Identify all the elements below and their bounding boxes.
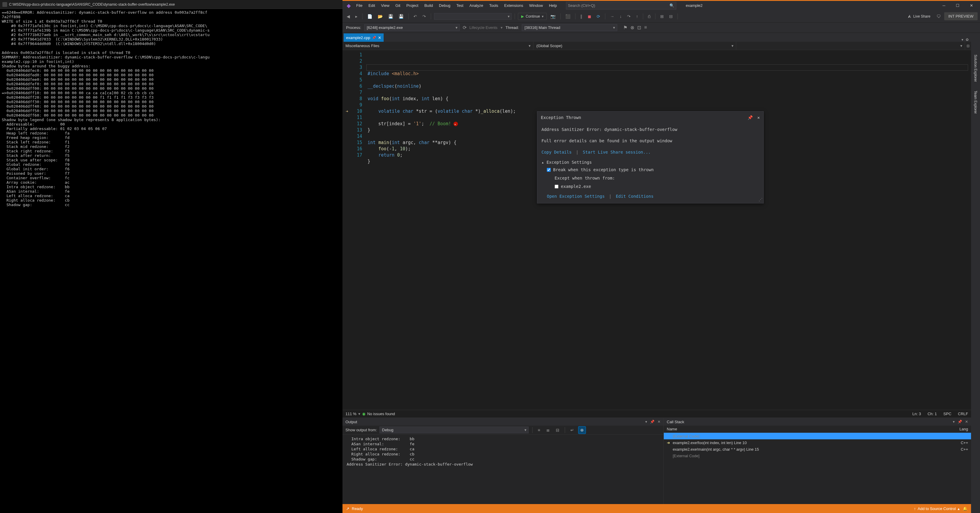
panel-close-icon[interactable]: ✕ [657, 420, 660, 424]
dbg-flag-icon[interactable]: ⚑ [623, 25, 627, 30]
thread-combo[interactable]: [38316] Main Thread [522, 24, 617, 31]
out-tool-4-icon[interactable]: ↵ [569, 427, 576, 434]
menu-edit[interactable]: Edit [366, 2, 378, 10]
vs-logo-icon[interactable]: ◆ [344, 1, 353, 10]
tb-icon-4[interactable]: ⊞ [659, 13, 665, 20]
cs-pin-icon[interactable]: 📌 [958, 420, 962, 424]
output-source-combo[interactable]: Debug [379, 427, 529, 434]
new-icon[interactable]: 📄 [366, 13, 374, 20]
menu-extensions[interactable]: Extensions [501, 2, 526, 10]
cs-close-icon[interactable]: ✕ [965, 420, 968, 424]
error-glyph-icon[interactable] [453, 122, 458, 126]
cmd-titlebar[interactable]: C:\MSDN\cpp-docs-pr\docs\c-language\ASAN… [0, 0, 342, 9]
maximize-button[interactable]: ☐ [951, 1, 964, 10]
undo-icon[interactable]: ↶ [412, 13, 419, 20]
zoom-dropdown-icon[interactable]: ▾ [358, 411, 360, 416]
search-input[interactable]: Search (Ctrl+Q) 🔍 [566, 2, 676, 10]
callstack-row[interactable]: ➜example2.exe!foo(int index, int len) Li… [664, 439, 971, 446]
output-text[interactable]: Intra object redzone: bb ASan internal: … [342, 435, 663, 504]
step-over-icon[interactable]: ↷ [625, 13, 632, 20]
minimize-button[interactable]: ─ [937, 1, 951, 10]
out-tool-3-icon[interactable]: ⊟ [554, 427, 561, 434]
int-preview-badge[interactable]: INT PREVIEW [944, 12, 978, 20]
config-combo[interactable] [434, 13, 512, 20]
popup-close-icon[interactable]: ✕ [757, 114, 760, 121]
zoom-level[interactable]: 111 % [345, 411, 356, 416]
line-indicator[interactable]: Ln: 3 [912, 411, 921, 416]
out-tool-5-icon[interactable]: ⊕ [578, 426, 586, 434]
notifications-icon[interactable]: 🔔 [963, 507, 967, 511]
callstack-row[interactable]: [External Code] [664, 433, 971, 439]
status-arrow-icon[interactable]: ↗ [346, 507, 349, 511]
feedback-icon[interactable]: 🗨 [935, 13, 942, 20]
open-icon[interactable]: 📂 [376, 13, 385, 20]
solution-explorer-tab[interactable]: Solution Explorer [972, 51, 979, 86]
start-liveshare-link[interactable]: Start Live Share session... [582, 150, 651, 154]
expander-icon[interactable]: ▴ [541, 160, 544, 165]
menu-build[interactable]: Build [421, 2, 436, 10]
panel-dropdown-icon[interactable]: ▾ [645, 420, 647, 424]
panel-pin-icon[interactable]: 📌 [650, 420, 654, 424]
redo-icon[interactable]: ↷ [421, 13, 428, 20]
callstack-row[interactable]: example2.exe!main(int argc, char * * arg… [664, 446, 971, 453]
tb-icon-2[interactable]: ⬛ [563, 13, 572, 20]
tab-gear-icon[interactable]: ✿ [966, 38, 969, 42]
save-all-icon[interactable]: 💾 [397, 13, 406, 20]
continue-button[interactable]: ▶ Continue ▾ [518, 13, 547, 20]
tb-icon-1[interactable]: 📷 [549, 13, 557, 20]
nav-member-combo[interactable] [736, 42, 965, 50]
stop-icon[interactable]: ◼ [586, 13, 593, 20]
out-tool-1-icon[interactable]: ≡ [536, 427, 542, 434]
popup-pin-icon[interactable]: 📌 [748, 114, 752, 121]
process-combo[interactable]: [6248] example2.exe [364, 24, 460, 31]
save-icon[interactable]: 💾 [387, 13, 395, 20]
menu-git[interactable]: Git [392, 2, 403, 10]
edit-conditions-link[interactable]: Edit Conditions [616, 194, 653, 199]
tb-icon-5[interactable]: ⊟ [667, 13, 675, 20]
menu-tools[interactable]: Tools [486, 2, 501, 10]
tab-dropdown-icon[interactable]: ▾ [961, 38, 963, 42]
menu-help[interactable]: Help [546, 2, 560, 10]
col-indicator[interactable]: Ch: 1 [928, 411, 937, 416]
dbg-frame-icon[interactable]: ⊡ [637, 25, 641, 30]
exception-popup[interactable]: Exception Thrown 📌 ✕ Address Sanitizer E… [537, 111, 764, 203]
menu-window[interactable]: Window [526, 2, 546, 10]
out-tool-2-icon[interactable]: ≣ [544, 427, 552, 434]
cs-dropdown-icon[interactable]: ▾ [953, 420, 955, 424]
callstack-row[interactable]: [External Code] [664, 453, 971, 459]
resize-grip-icon[interactable]: ⋰ [759, 196, 762, 203]
cs-col-name[interactable]: Name [667, 427, 950, 431]
tb-icon-3[interactable]: ⎙ [646, 13, 652, 20]
menu-view[interactable]: View [378, 2, 392, 10]
step-into-icon[interactable]: ↓ [618, 13, 624, 20]
nav-scope-combo[interactable]: (Global Scope) [533, 42, 736, 50]
menu-file[interactable]: File [353, 2, 366, 10]
dbg-sync-icon[interactable]: ≡ [644, 25, 647, 30]
restart-icon[interactable]: ⟳ [595, 13, 602, 20]
issues-label[interactable]: No issues found [367, 411, 395, 416]
nav-fwd-icon[interactable]: ▸ [353, 13, 359, 20]
pin-icon[interactable]: 📌 [372, 36, 376, 40]
split-icon[interactable]: ⊟ [965, 42, 971, 50]
indent-indicator[interactable]: SPC [943, 411, 951, 416]
cmd-output[interactable]: ==6248==ERROR: AddressSanitizer: dynamic… [0, 9, 342, 513]
step-icon[interactable]: → [608, 13, 616, 20]
menu-debug[interactable]: Debug [436, 2, 453, 10]
copy-details-link[interactable]: Copy Details [541, 150, 571, 154]
menu-project[interactable]: Project [403, 2, 421, 10]
break-checkbox[interactable] [547, 168, 551, 172]
menu-test[interactable]: Test [453, 2, 466, 10]
code-editor[interactable]: ➜ 1234567891011121314151617 #include <ma… [342, 50, 971, 410]
file-tab[interactable]: example2.cpp 📌 ✕ [344, 33, 383, 42]
tab-close-icon[interactable]: ✕ [378, 35, 381, 40]
menu-analyze[interactable]: Analyze [466, 2, 486, 10]
dbg-x-icon[interactable]: ⊗ [630, 25, 634, 30]
nav-project-combo[interactable]: Miscellaneous Files [342, 42, 533, 50]
liveshare-button[interactable]: ⮙ Live Share [905, 13, 932, 20]
open-settings-link[interactable]: Open Exception Settings [547, 194, 605, 199]
source-control-button[interactable]: ↑ Add to Source Control ▴ [914, 507, 960, 511]
step-out-icon[interactable]: ↑ [634, 13, 640, 20]
source-text[interactable]: #include <malloc.h> __declspec(noinline)… [366, 50, 971, 410]
eol-indicator[interactable]: CRLF [958, 411, 968, 416]
lifecycle-icon[interactable]: ⟳ [463, 25, 466, 30]
